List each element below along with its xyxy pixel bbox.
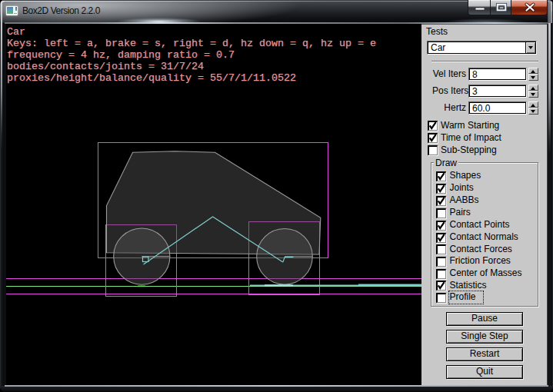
svg-text:frequency = 4 hz, damping rati: frequency = 4 hz, damping ratio = 0.7 [7, 49, 235, 61]
svg-text:Car: Car [7, 26, 25, 38]
svg-text:Keys: left = a, brake = s, rig: Keys: left = a, brake = s, right = d, hz… [7, 38, 376, 49]
svg-text:proxies/height/balance/quality: proxies/height/balance/quality = 55/7/1/… [7, 72, 296, 84]
svg-text:bodies/contacts/joints = 31/7/: bodies/contacts/joints = 31/7/24 [7, 61, 204, 72]
